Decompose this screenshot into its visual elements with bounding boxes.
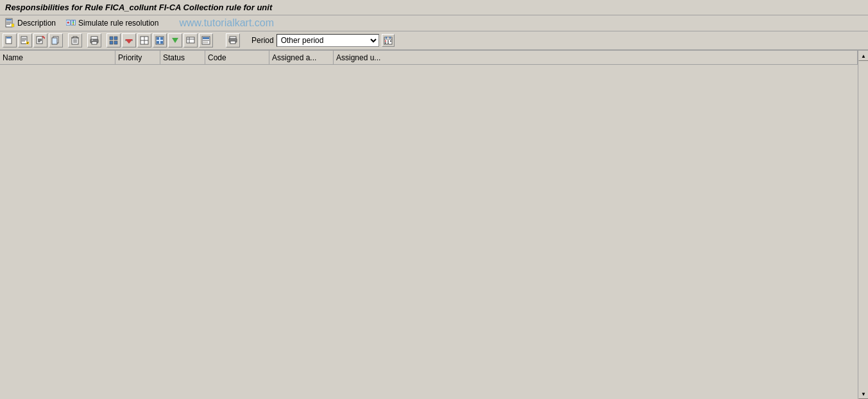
svg-rect-61: [230, 41, 235, 44]
svg-point-7: [67, 22, 69, 24]
toolbar-btn-8[interactable]: [137, 33, 151, 47]
table-wrapper: Name Priority Status Code Assigned a...: [0, 51, 868, 399]
simulate-icon: [66, 18, 76, 28]
svg-rect-40: [114, 41, 117, 44]
toolbar-btn-11[interactable]: [183, 33, 198, 47]
toolbar-btn-7[interactable]: [122, 33, 136, 47]
toolbar-btn-copy[interactable]: [49, 33, 63, 47]
toolbar-btn-print[interactable]: [87, 33, 101, 47]
svg-rect-50: [160, 41, 163, 44]
svg-rect-69: [385, 42, 386, 44]
window-title: Responsibilities for Rule FICA_collunt F…: [5, 3, 272, 12]
svg-rect-38: [114, 37, 117, 40]
svg-rect-39: [110, 41, 113, 44]
toolbar-sep-2: [83, 33, 86, 47]
svg-rect-37: [110, 37, 113, 40]
toolbar-btn-delete[interactable]: [68, 33, 82, 47]
svg-rect-49: [157, 41, 159, 44]
main-window: Responsibilities for Rule FICA_collunt F…: [0, 0, 868, 399]
content-container: Name Priority Status Code Assigned a...: [0, 51, 868, 399]
table-main: Name Priority Status Code Assigned a...: [0, 51, 858, 399]
period-dropdown[interactable]: Other period Current period Last period …: [277, 34, 379, 47]
toolbar-btn-new[interactable]: [3, 33, 17, 47]
description-icon: [5, 18, 15, 28]
svg-rect-36: [92, 40, 93, 40]
watermark-text: www.tutorialkart.com: [179, 17, 274, 29]
svg-point-9: [72, 21, 74, 22]
svg-rect-56: [203, 37, 209, 39]
toolbar-sep-3: [103, 33, 105, 47]
col-header-code: Code: [205, 51, 269, 64]
scroll-up-btn[interactable]: ▲: [858, 51, 868, 61]
svg-rect-58: [203, 42, 208, 43]
svg-marker-42: [125, 39, 133, 44]
simulate-label: Simulate rule resolution: [78, 19, 158, 28]
simulate-menu-item[interactable]: Simulate rule resolution: [64, 17, 161, 30]
svg-rect-29: [73, 37, 77, 38]
toolbar-btn-edit[interactable]: [18, 33, 32, 47]
col-header-status: Status: [160, 51, 205, 64]
col-header-name: Name: [0, 51, 115, 64]
svg-line-24: [42, 36, 45, 38]
period-section: Period Other period Current period Last …: [251, 34, 395, 47]
toolbar-btn-9[interactable]: [153, 33, 167, 47]
toolbar-sep-4: [214, 33, 225, 47]
svg-rect-66: [385, 40, 386, 42]
svg-marker-5: [12, 24, 14, 27]
toolbar-btn-10[interactable]: [168, 33, 182, 47]
svg-point-10: [72, 22, 74, 23]
svg-rect-13: [6, 37, 11, 38]
svg-rect-26: [52, 38, 57, 44]
description-menu-item[interactable]: Description: [3, 17, 58, 30]
svg-rect-68: [390, 40, 391, 42]
toolbar-btn-12[interactable]: [199, 33, 213, 47]
svg-rect-70: [387, 42, 389, 44]
menu-bar: Description Simulate rule resolution www…: [0, 15, 868, 31]
toolbar-btn-cut[interactable]: [33, 33, 47, 47]
svg-marker-51: [172, 38, 178, 43]
description-label: Description: [17, 19, 56, 28]
toolbar-sep-1: [64, 33, 67, 47]
svg-rect-65: [389, 37, 391, 38]
svg-rect-47: [157, 37, 159, 40]
svg-rect-67: [387, 40, 389, 42]
col-header-assigned-u: Assigned u...: [334, 51, 858, 64]
scroll-down-btn[interactable]: ▼: [858, 389, 868, 399]
toolbar-print-period[interactable]: [226, 33, 240, 47]
toolbar-btn-6[interactable]: [106, 33, 121, 47]
svg-rect-52: [187, 37, 194, 43]
table-header: Name Priority Status Code Assigned a...: [0, 51, 858, 65]
svg-rect-1: [6, 19, 12, 21]
scroll-track: [858, 61, 868, 389]
col-header-assigned-a: Assigned a...: [269, 51, 334, 64]
col-header-priority: Priority: [115, 51, 160, 64]
title-bar: Responsibilities for Rule FICA_collunt F…: [0, 0, 868, 15]
svg-rect-64: [386, 37, 387, 38]
svg-rect-48: [160, 37, 163, 40]
svg-rect-35: [92, 42, 97, 44]
right-scrollbar: ▲ ▼: [858, 51, 868, 399]
period-calendar-btn[interactable]: [382, 34, 395, 47]
period-label: Period: [251, 36, 274, 45]
svg-point-11: [72, 23, 74, 24]
toolbar: Period Other period Current period Last …: [0, 31, 868, 51]
